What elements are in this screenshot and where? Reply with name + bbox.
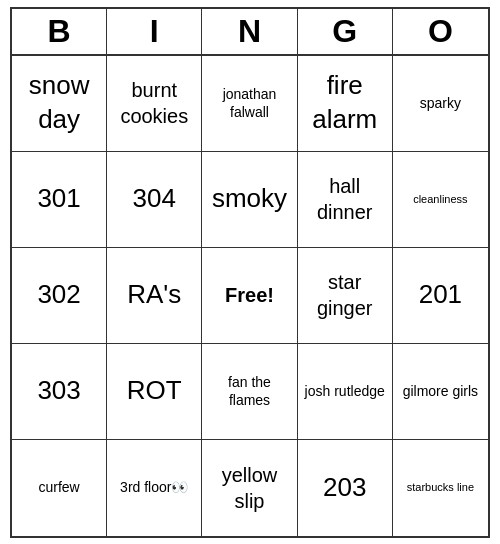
bingo-cell: burnt cookies	[107, 56, 202, 152]
bingo-cell: fan the flames	[202, 344, 297, 440]
header-letter: B	[12, 9, 107, 54]
bingo-card: BINGO snow dayburnt cookiesjonathan falw…	[10, 7, 490, 538]
bingo-cell: snow day	[12, 56, 107, 152]
bingo-cell: hall dinner	[298, 152, 393, 248]
bingo-grid: snow dayburnt cookiesjonathan falwallfir…	[12, 56, 488, 536]
header-letter: O	[393, 9, 488, 54]
bingo-cell: fire alarm	[298, 56, 393, 152]
bingo-cell: jonathan falwall	[202, 56, 297, 152]
bingo-cell: sparky	[393, 56, 488, 152]
bingo-cell: 303	[12, 344, 107, 440]
bingo-cell: 304	[107, 152, 202, 248]
bingo-cell: smoky	[202, 152, 297, 248]
bingo-cell: cleanliness	[393, 152, 488, 248]
header-letter: G	[298, 9, 393, 54]
bingo-cell: 203	[298, 440, 393, 536]
bingo-header: BINGO	[12, 9, 488, 56]
bingo-cell: ROT	[107, 344, 202, 440]
header-letter: I	[107, 9, 202, 54]
bingo-cell: Free!	[202, 248, 297, 344]
bingo-cell: 3rd floor👀	[107, 440, 202, 536]
bingo-cell: 301	[12, 152, 107, 248]
bingo-cell: yellow slip	[202, 440, 297, 536]
bingo-cell: star ginger	[298, 248, 393, 344]
bingo-cell: RA's	[107, 248, 202, 344]
header-letter: N	[202, 9, 297, 54]
bingo-cell: 201	[393, 248, 488, 344]
bingo-cell: curfew	[12, 440, 107, 536]
bingo-cell: 302	[12, 248, 107, 344]
bingo-cell: gilmore girls	[393, 344, 488, 440]
bingo-cell: josh rutledge	[298, 344, 393, 440]
bingo-cell: starbucks line	[393, 440, 488, 536]
